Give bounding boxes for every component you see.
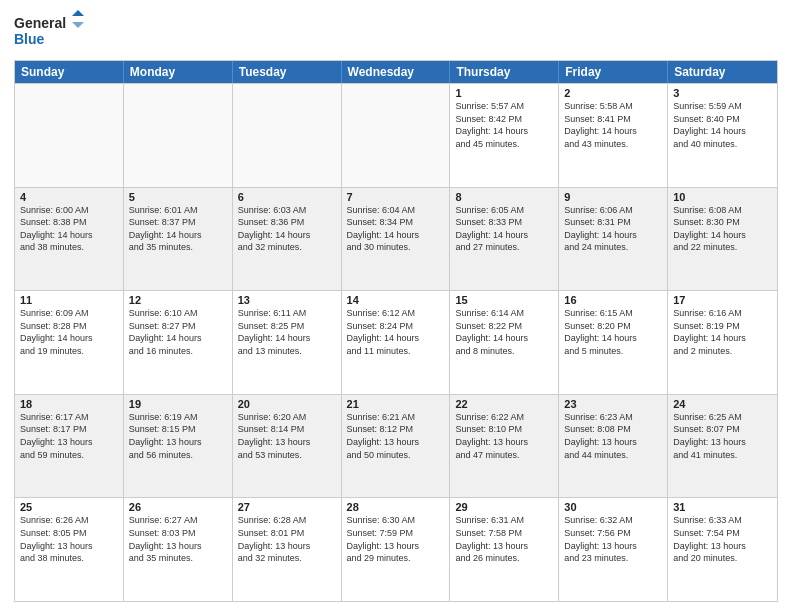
cell-info: Sunrise: 5:57 AM Sunset: 8:42 PM Dayligh… bbox=[455, 101, 528, 149]
calendar-cell: 5Sunrise: 6:01 AM Sunset: 8:37 PM Daylig… bbox=[124, 188, 233, 291]
calendar-week-row: 4Sunrise: 6:00 AM Sunset: 8:38 PM Daylig… bbox=[15, 187, 777, 291]
calendar-cell: 31Sunrise: 6:33 AM Sunset: 7:54 PM Dayli… bbox=[668, 498, 777, 601]
calendar-cell: 23Sunrise: 6:23 AM Sunset: 8:08 PM Dayli… bbox=[559, 395, 668, 498]
calendar-cell-empty bbox=[233, 84, 342, 187]
calendar-cell: 7Sunrise: 6:04 AM Sunset: 8:34 PM Daylig… bbox=[342, 188, 451, 291]
day-number: 19 bbox=[129, 398, 227, 410]
day-number: 24 bbox=[673, 398, 772, 410]
calendar-cell: 16Sunrise: 6:15 AM Sunset: 8:20 PM Dayli… bbox=[559, 291, 668, 394]
calendar-cell: 12Sunrise: 6:10 AM Sunset: 8:27 PM Dayli… bbox=[124, 291, 233, 394]
calendar-cell: 9Sunrise: 6:06 AM Sunset: 8:31 PM Daylig… bbox=[559, 188, 668, 291]
day-number: 3 bbox=[673, 87, 772, 99]
calendar-cell: 30Sunrise: 6:32 AM Sunset: 7:56 PM Dayli… bbox=[559, 498, 668, 601]
calendar-cell: 3Sunrise: 5:59 AM Sunset: 8:40 PM Daylig… bbox=[668, 84, 777, 187]
cell-info: Sunrise: 6:08 AM Sunset: 8:30 PM Dayligh… bbox=[673, 205, 746, 253]
day-number: 31 bbox=[673, 501, 772, 513]
day-number: 28 bbox=[347, 501, 445, 513]
day-number: 6 bbox=[238, 191, 336, 203]
calendar-cell-empty bbox=[124, 84, 233, 187]
day-number: 8 bbox=[455, 191, 553, 203]
day-number: 7 bbox=[347, 191, 445, 203]
day-number: 23 bbox=[564, 398, 662, 410]
day-number: 20 bbox=[238, 398, 336, 410]
calendar-cell: 2Sunrise: 5:58 AM Sunset: 8:41 PM Daylig… bbox=[559, 84, 668, 187]
calendar-cell: 10Sunrise: 6:08 AM Sunset: 8:30 PM Dayli… bbox=[668, 188, 777, 291]
calendar-cell: 24Sunrise: 6:25 AM Sunset: 8:07 PM Dayli… bbox=[668, 395, 777, 498]
logo-svg: General Blue bbox=[14, 10, 84, 52]
day-number: 2 bbox=[564, 87, 662, 99]
day-number: 5 bbox=[129, 191, 227, 203]
page: General Blue SundayMondayTuesdayWednesda… bbox=[0, 0, 792, 612]
calendar-week-row: 1Sunrise: 5:57 AM Sunset: 8:42 PM Daylig… bbox=[15, 83, 777, 187]
calendar-cell: 6Sunrise: 6:03 AM Sunset: 8:36 PM Daylig… bbox=[233, 188, 342, 291]
cell-info: Sunrise: 5:58 AM Sunset: 8:41 PM Dayligh… bbox=[564, 101, 637, 149]
cell-info: Sunrise: 6:19 AM Sunset: 8:15 PM Dayligh… bbox=[129, 412, 202, 460]
cell-info: Sunrise: 6:26 AM Sunset: 8:05 PM Dayligh… bbox=[20, 515, 93, 563]
cell-info: Sunrise: 6:23 AM Sunset: 8:08 PM Dayligh… bbox=[564, 412, 637, 460]
svg-text:General: General bbox=[14, 15, 66, 31]
calendar-week-row: 25Sunrise: 6:26 AM Sunset: 8:05 PM Dayli… bbox=[15, 497, 777, 601]
calendar-cell: 26Sunrise: 6:27 AM Sunset: 8:03 PM Dayli… bbox=[124, 498, 233, 601]
calendar-header-cell: Thursday bbox=[450, 61, 559, 83]
calendar-header-cell: Wednesday bbox=[342, 61, 451, 83]
calendar-cell: 21Sunrise: 6:21 AM Sunset: 8:12 PM Dayli… bbox=[342, 395, 451, 498]
calendar-cell: 14Sunrise: 6:12 AM Sunset: 8:24 PM Dayli… bbox=[342, 291, 451, 394]
calendar-body: 1Sunrise: 5:57 AM Sunset: 8:42 PM Daylig… bbox=[15, 83, 777, 601]
day-number: 29 bbox=[455, 501, 553, 513]
calendar-header-cell: Monday bbox=[124, 61, 233, 83]
cell-info: Sunrise: 6:32 AM Sunset: 7:56 PM Dayligh… bbox=[564, 515, 637, 563]
calendar: SundayMondayTuesdayWednesdayThursdayFrid… bbox=[14, 60, 778, 602]
cell-info: Sunrise: 6:14 AM Sunset: 8:22 PM Dayligh… bbox=[455, 308, 528, 356]
cell-info: Sunrise: 6:04 AM Sunset: 8:34 PM Dayligh… bbox=[347, 205, 420, 253]
calendar-header-cell: Friday bbox=[559, 61, 668, 83]
day-number: 11 bbox=[20, 294, 118, 306]
calendar-cell: 18Sunrise: 6:17 AM Sunset: 8:17 PM Dayli… bbox=[15, 395, 124, 498]
svg-text:Blue: Blue bbox=[14, 31, 45, 47]
calendar-cell: 28Sunrise: 6:30 AM Sunset: 7:59 PM Dayli… bbox=[342, 498, 451, 601]
header: General Blue bbox=[14, 10, 778, 52]
cell-info: Sunrise: 6:10 AM Sunset: 8:27 PM Dayligh… bbox=[129, 308, 202, 356]
cell-info: Sunrise: 6:01 AM Sunset: 8:37 PM Dayligh… bbox=[129, 205, 202, 253]
svg-marker-3 bbox=[72, 22, 84, 28]
cell-info: Sunrise: 6:33 AM Sunset: 7:54 PM Dayligh… bbox=[673, 515, 746, 563]
cell-info: Sunrise: 6:00 AM Sunset: 8:38 PM Dayligh… bbox=[20, 205, 93, 253]
cell-info: Sunrise: 6:05 AM Sunset: 8:33 PM Dayligh… bbox=[455, 205, 528, 253]
calendar-cell: 1Sunrise: 5:57 AM Sunset: 8:42 PM Daylig… bbox=[450, 84, 559, 187]
calendar-header-cell: Tuesday bbox=[233, 61, 342, 83]
cell-info: Sunrise: 6:31 AM Sunset: 7:58 PM Dayligh… bbox=[455, 515, 528, 563]
day-number: 30 bbox=[564, 501, 662, 513]
day-number: 22 bbox=[455, 398, 553, 410]
cell-info: Sunrise: 6:25 AM Sunset: 8:07 PM Dayligh… bbox=[673, 412, 746, 460]
calendar-cell: 13Sunrise: 6:11 AM Sunset: 8:25 PM Dayli… bbox=[233, 291, 342, 394]
calendar-header: SundayMondayTuesdayWednesdayThursdayFrid… bbox=[15, 61, 777, 83]
day-number: 27 bbox=[238, 501, 336, 513]
cell-info: Sunrise: 6:03 AM Sunset: 8:36 PM Dayligh… bbox=[238, 205, 311, 253]
cell-info: Sunrise: 6:28 AM Sunset: 8:01 PM Dayligh… bbox=[238, 515, 311, 563]
day-number: 4 bbox=[20, 191, 118, 203]
calendar-cell: 11Sunrise: 6:09 AM Sunset: 8:28 PM Dayli… bbox=[15, 291, 124, 394]
calendar-cell: 19Sunrise: 6:19 AM Sunset: 8:15 PM Dayli… bbox=[124, 395, 233, 498]
calendar-week-row: 11Sunrise: 6:09 AM Sunset: 8:28 PM Dayli… bbox=[15, 290, 777, 394]
day-number: 10 bbox=[673, 191, 772, 203]
calendar-cell: 17Sunrise: 6:16 AM Sunset: 8:19 PM Dayli… bbox=[668, 291, 777, 394]
cell-info: Sunrise: 6:11 AM Sunset: 8:25 PM Dayligh… bbox=[238, 308, 311, 356]
day-number: 26 bbox=[129, 501, 227, 513]
day-number: 16 bbox=[564, 294, 662, 306]
cell-info: Sunrise: 6:30 AM Sunset: 7:59 PM Dayligh… bbox=[347, 515, 420, 563]
day-number: 25 bbox=[20, 501, 118, 513]
calendar-cell: 29Sunrise: 6:31 AM Sunset: 7:58 PM Dayli… bbox=[450, 498, 559, 601]
calendar-cell: 25Sunrise: 6:26 AM Sunset: 8:05 PM Dayli… bbox=[15, 498, 124, 601]
day-number: 13 bbox=[238, 294, 336, 306]
calendar-cell: 15Sunrise: 6:14 AM Sunset: 8:22 PM Dayli… bbox=[450, 291, 559, 394]
calendar-cell: 8Sunrise: 6:05 AM Sunset: 8:33 PM Daylig… bbox=[450, 188, 559, 291]
cell-info: Sunrise: 6:22 AM Sunset: 8:10 PM Dayligh… bbox=[455, 412, 528, 460]
calendar-cell: 20Sunrise: 6:20 AM Sunset: 8:14 PM Dayli… bbox=[233, 395, 342, 498]
day-number: 17 bbox=[673, 294, 772, 306]
cell-info: Sunrise: 6:06 AM Sunset: 8:31 PM Dayligh… bbox=[564, 205, 637, 253]
cell-info: Sunrise: 6:09 AM Sunset: 8:28 PM Dayligh… bbox=[20, 308, 93, 356]
day-number: 15 bbox=[455, 294, 553, 306]
cell-info: Sunrise: 6:20 AM Sunset: 8:14 PM Dayligh… bbox=[238, 412, 311, 460]
day-number: 18 bbox=[20, 398, 118, 410]
cell-info: Sunrise: 6:15 AM Sunset: 8:20 PM Dayligh… bbox=[564, 308, 637, 356]
cell-info: Sunrise: 6:17 AM Sunset: 8:17 PM Dayligh… bbox=[20, 412, 93, 460]
